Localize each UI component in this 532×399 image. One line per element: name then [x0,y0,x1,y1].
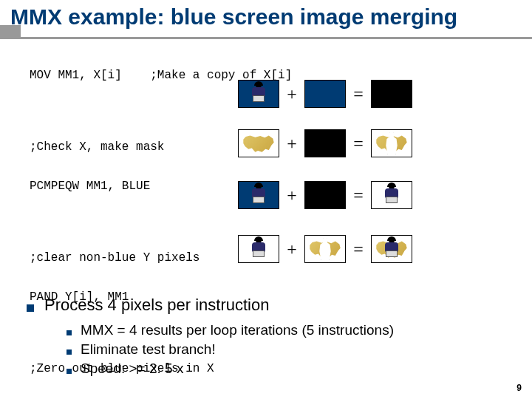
diagram-row-4: + = [238,235,412,263]
slide-title: MMX example: blue screen image merging [10,4,457,30]
img-usa [238,129,279,157]
img-person-white [371,181,412,209]
bullet-icon [27,304,34,312]
plus-icon: + [285,239,299,259]
title-underline [0,37,532,39]
equals-icon: = [352,84,365,104]
img-usa-masked [371,129,412,157]
img-mask [304,181,346,209]
diagram-row-3: + = [238,181,412,209]
bullet-main-text: Process 4 pixels per instruction [44,296,269,315]
bullet-sub-2: Eliminate test branch! [66,341,394,358]
plus-icon: + [285,185,299,205]
diagram-row-2: + = [238,129,412,157]
bullet-sub-3-text: Speed: >= 2. 5 x [81,361,183,377]
bullet-sub-2-text: Eliminate test branch! [81,341,216,358]
bullet-list: Process 4 pixels per instruction MMX = 4… [27,296,394,380]
plus-icon: + [285,84,299,104]
img-blue [304,80,346,108]
equals-icon: = [352,134,365,154]
bullet-icon [66,369,72,374]
equals-icon: = [352,185,365,205]
img-person-blue [238,181,279,209]
slide: MMX example: blue screen image merging M… [0,0,532,399]
bullet-sub-3: Speed: >= 2. 5 x [66,361,394,377]
img-person-blue [238,80,279,108]
diagram-row-1: + = [238,80,412,108]
equals-icon: = [352,239,365,259]
img-mask [371,80,412,108]
bullet-sub-1: MMX = 4 results per loop iterations (5 i… [66,322,394,338]
img-final [371,235,412,263]
img-usa-masked [304,235,346,263]
img-person-white [238,235,279,263]
code-l1: MOV MM1, X[i] [30,69,122,82]
plus-icon: + [285,134,299,154]
page-number: 9 [516,383,522,393]
img-mask [304,129,346,157]
bullet-icon [66,349,72,355]
bullet-main: Process 4 pixels per instruction [27,296,394,315]
bullet-sub-1-text: MMX = 4 results per loop iterations (5 i… [81,322,394,338]
bullet-icon [66,330,72,335]
